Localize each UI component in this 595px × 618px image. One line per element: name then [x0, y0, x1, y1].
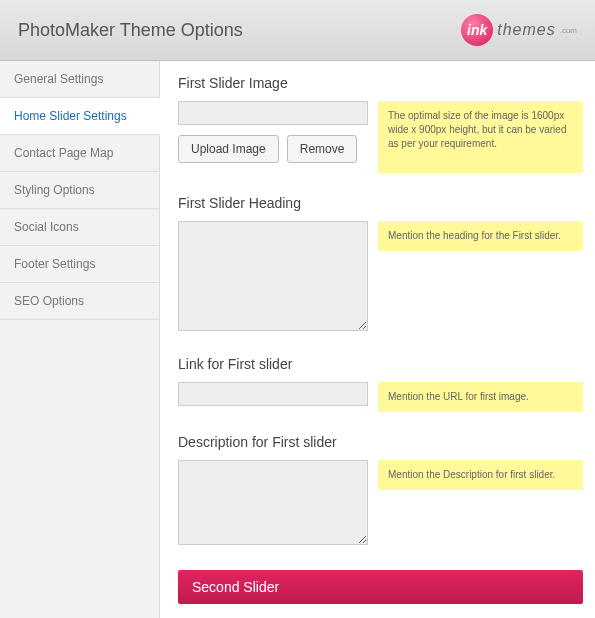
accordion-second-slider[interactable]: Second Slider [178, 570, 583, 604]
logo[interactable]: ink themes.com [461, 14, 577, 46]
sidebar-item-footer[interactable]: Footer Settings [0, 246, 159, 283]
logo-text: themes [497, 21, 555, 39]
sidebar-item-contact-map[interactable]: Contact Page Map [0, 135, 159, 172]
header: PhotoMaker Theme Options ink themes.com [0, 0, 595, 61]
section-title: First Slider Heading [178, 195, 583, 211]
page-title: PhotoMaker Theme Options [18, 20, 243, 41]
remove-image-button[interactable]: Remove [287, 135, 358, 163]
section-title: First Slider Image [178, 75, 583, 91]
slider-image-input[interactable] [178, 101, 368, 125]
sidebar: General Settings Home Slider Settings Co… [0, 61, 160, 618]
section-title: Description for First slider [178, 434, 583, 450]
sidebar-item-styling[interactable]: Styling Options [0, 172, 159, 209]
logo-subtext: .com [560, 26, 577, 35]
section-slider-image: First Slider Image Upload Image Remove T… [178, 75, 583, 173]
upload-image-button[interactable]: Upload Image [178, 135, 279, 163]
sidebar-item-general[interactable]: General Settings [0, 61, 159, 98]
main: General Settings Home Slider Settings Co… [0, 61, 595, 618]
sidebar-item-home-slider[interactable]: Home Slider Settings [0, 98, 160, 135]
hint-image: The optimal size of the image is 1600px … [378, 101, 583, 173]
hint-link: Mention the URL for first image. [378, 382, 583, 412]
section-slider-link: Link for First slider Mention the URL fo… [178, 356, 583, 412]
section-slider-heading: First Slider Heading Mention the heading… [178, 195, 583, 334]
slider-description-textarea[interactable] [178, 460, 368, 545]
section-title: Link for First slider [178, 356, 583, 372]
slider-link-input[interactable] [178, 382, 368, 406]
slider-heading-textarea[interactable] [178, 221, 368, 331]
hint-description: Mention the Description for first slider… [378, 460, 583, 490]
section-slider-description: Description for First slider Mention the… [178, 434, 583, 548]
sidebar-item-social[interactable]: Social Icons [0, 209, 159, 246]
hint-heading: Mention the heading for the First slider… [378, 221, 583, 251]
sidebar-item-seo[interactable]: SEO Options [0, 283, 159, 320]
content: First Slider Image Upload Image Remove T… [160, 61, 595, 618]
logo-badge-icon: ink [461, 14, 493, 46]
